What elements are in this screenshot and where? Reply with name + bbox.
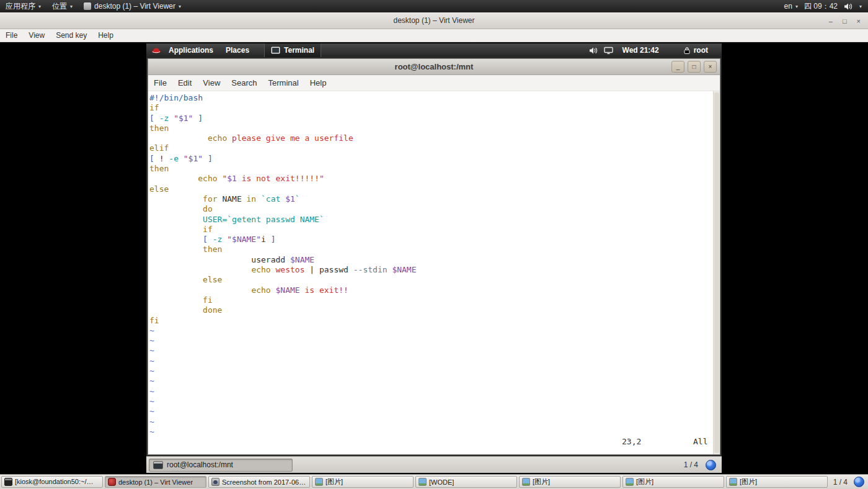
guest-user-label: root [694, 46, 708, 55]
guest-top-panel: ApplicationsPlaces Terminal Wed 21:42 [146, 43, 722, 57]
terminal-scrollbar[interactable] [713, 91, 720, 454]
guest-taskbar-button-label: root@localhost:/mnt [167, 460, 233, 469]
vv-menu-view[interactable]: View [23, 29, 50, 42]
guest-clock[interactable]: Wed 21:42 [622, 46, 659, 55]
terminal-menu-help[interactable]: Help [304, 75, 332, 91]
host-menu-places[interactable]: 位置 ▾ [46, 0, 78, 12]
host-language-indicator[interactable]: en ▾ [784, 0, 798, 12]
guest-active-app-terminal[interactable]: Terminal [264, 43, 321, 57]
terminal-icon [271, 47, 280, 54]
terminal-content[interactable]: #!/bin/bash if [ -z "$1" ] then echo ple… [148, 91, 713, 454]
vv-menu-send-key[interactable]: Send key [50, 29, 92, 42]
image-icon [626, 478, 634, 486]
host-taskbar: [kiosk@foundation50:~/桌面]desktop (1) – V… [0, 474, 868, 489]
host-taskbar-button-label: [WODE] [429, 478, 454, 486]
host-workspace-pager: 1 / 4 [833, 478, 848, 487]
minimize-button[interactable]: – [829, 17, 833, 25]
lock-icon [683, 47, 691, 55]
host-taskbar-button-label: Screenshot from 2017-06… [222, 478, 306, 486]
terminal-icon [4, 478, 12, 486]
screenshot-icon [211, 478, 219, 486]
host-menu-applications-label: 应用程序 [6, 1, 35, 12]
terminal-titlebar[interactable]: root@localhost:/mnt _ □ × [148, 59, 720, 75]
host-taskbar-button-label: [kiosk@foundation50:~/桌面] [15, 477, 100, 487]
terminal-title: root@localhost:/mnt [395, 62, 474, 71]
host-taskbar-button[interactable]: [kiosk@foundation50:~/桌面] [1, 476, 103, 488]
image-icon [418, 478, 427, 486]
chevron-down-icon: ▾ [38, 4, 41, 9]
host-taskbar-button[interactable]: Screenshot from 2017-06… [208, 476, 310, 488]
terminal-menu-terminal[interactable]: Terminal [263, 75, 304, 91]
virt-viewer-title: desktop (1) – Virt Viewer [394, 16, 475, 25]
chevron-down-icon: ▾ [795, 4, 798, 9]
terminal-close-button[interactable]: × [704, 61, 717, 73]
chevron-down-icon: ▾ [179, 4, 181, 9]
host-clock[interactable]: 四 09：42 [804, 1, 838, 12]
vim-cursor-position: 23,2 [622, 437, 641, 446]
host-taskbar-button-label: [图片] [636, 477, 653, 487]
workspace-indicator-icon[interactable] [706, 460, 716, 470]
host-taskbar-button[interactable]: [图片] [622, 476, 724, 488]
vim-buffer: #!/bin/bash if [ -z "$1" ] then echo ple… [148, 91, 713, 437]
virt-viewer-menubar: FileViewSend keyHelp [0, 29, 868, 42]
scrollbar-thumb[interactable] [714, 92, 719, 453]
host-window-menu-label: desktop (1) – Virt Viewer [94, 2, 175, 11]
host-taskbar-button-label: desktop (1) – Virt Viewer [118, 478, 193, 486]
host-taskbar-button[interactable]: [图片] [519, 476, 621, 488]
terminal-maximize-button[interactable]: □ [688, 61, 701, 73]
host-session-menu-caret-icon[interactable]: ▾ [859, 4, 862, 9]
terminal-menu-search[interactable]: Search [226, 75, 262, 91]
host-menu-applications[interactable]: 应用程序 ▾ [0, 0, 46, 12]
guest-user-menu[interactable]: root [683, 46, 708, 55]
virt-viewer-titlebar[interactable]: desktop (1) – Virt Viewer – □ × [0, 12, 868, 29]
terminal-window: root@localhost:/mnt _ □ × FileEditViewSe… [148, 58, 720, 455]
vim-statusline: 23,2 All [148, 437, 713, 447]
image-icon [315, 478, 323, 486]
host-window-menu[interactable]: desktop (1) – Virt Viewer ▾ [78, 0, 187, 12]
terminal-menu-edit[interactable]: Edit [172, 75, 197, 91]
guest-screen: ApplicationsPlaces Terminal Wed 21:42 [146, 43, 722, 473]
terminal-minimize-button[interactable]: _ [671, 61, 684, 73]
display-icon[interactable] [604, 47, 613, 55]
guest-menu-places[interactable]: Places [219, 43, 255, 57]
terminal-menubar: FileEditViewSearchTerminalHelp [148, 75, 720, 91]
image-icon [522, 478, 530, 486]
chevron-down-icon: ▾ [70, 4, 73, 9]
terminal-window-icon [153, 461, 163, 469]
volume-icon[interactable] [844, 2, 853, 11]
host-language-label: en [784, 2, 792, 11]
guest-taskbar-button[interactable]: root@localhost:/mnt [149, 459, 293, 472]
guest-active-app-label: Terminal [284, 46, 314, 55]
redhat-icon [146, 43, 162, 57]
guest-workspace-pager: 1 / 4 [684, 460, 698, 469]
maximize-button[interactable]: □ [843, 17, 847, 25]
guest-taskbar: root@localhost:/mnt 1 / 4 [146, 456, 722, 473]
guest-menu-applications[interactable]: Applications [162, 43, 219, 57]
host-taskbar-button[interactable]: [WODE] [415, 476, 517, 488]
terminal-menu-view[interactable]: View [197, 75, 226, 91]
workspace-indicator-icon[interactable] [854, 477, 864, 487]
virt-viewer-window-icon [84, 2, 91, 10]
host-taskbar-button[interactable]: [图片] [726, 476, 828, 488]
vim-scroll-indicator: All [693, 437, 707, 446]
host-taskbar-button[interactable]: [图片] [312, 476, 414, 488]
host-taskbar-button-label: [图片] [740, 477, 757, 487]
host-taskbar-button[interactable]: desktop (1) – Virt Viewer [105, 476, 206, 488]
vv-menu-file[interactable]: File [0, 29, 23, 42]
host-menu-places-label: 位置 [52, 1, 67, 12]
host-top-panel: 应用程序 ▾ 位置 ▾ desktop (1) – Virt Viewer ▾ … [0, 0, 868, 12]
volume-icon[interactable] [589, 47, 598, 55]
virt-viewer-icon [108, 478, 116, 486]
image-icon [729, 478, 737, 486]
vv-menu-help[interactable]: Help [92, 29, 119, 42]
terminal-menu-file[interactable]: File [148, 75, 172, 91]
host-taskbar-button-label: [图片] [533, 477, 550, 487]
close-button[interactable]: × [857, 17, 861, 25]
host-taskbar-button-label: [图片] [326, 477, 343, 487]
